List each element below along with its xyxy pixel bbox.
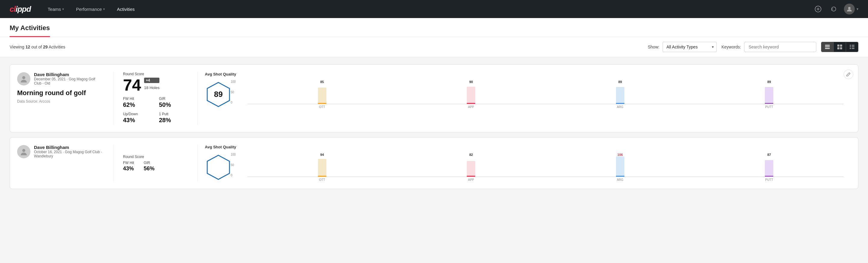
show-label: Show: (648, 45, 659, 49)
svg-rect-16 (852, 48, 855, 49)
svg-rect-9 (837, 47, 839, 49)
view-list-detail-button[interactable] (846, 42, 858, 52)
user-name: Dave Billingham (34, 145, 103, 150)
quality-title: Avg Shot Quality (205, 72, 844, 77)
show-filter: Show: All Activity Types ▾ (648, 42, 717, 52)
main-content: Dave Billingham December 05, 2021 · Gog … (0, 57, 868, 196)
activity-card: Dave Billingham October 16, 2021 · Gog M… (10, 137, 858, 189)
gir-label: GIR (144, 161, 155, 165)
svg-point-3 (848, 7, 850, 9)
y-axis: 100 50 0 (231, 153, 236, 177)
avatar (844, 4, 855, 14)
user-chevron-icon: ▾ (857, 7, 858, 11)
gir-value: 56% (144, 166, 155, 172)
svg-rect-13 (850, 47, 851, 48)
oneputt-label: 1 Putt (159, 112, 188, 116)
svg-rect-11 (850, 45, 851, 46)
fw-hit-label: FW Hit (123, 96, 152, 101)
label-putt: PUTT (695, 178, 844, 181)
user-menu[interactable]: ▾ (844, 4, 858, 14)
user-row: Dave Billingham December 05, 2021 · Gog … (17, 72, 103, 85)
user-date: October 16, 2021 · Gog Magog Golf Club -… (34, 150, 103, 158)
activity-card: Dave Billingham December 05, 2021 · Gog … (10, 64, 858, 133)
quality-body: 100 50 0 94 82 (205, 153, 844, 181)
nav-item-activities[interactable]: Activities (112, 4, 140, 14)
bar-putt: 89 (695, 80, 844, 104)
svg-rect-7 (837, 45, 839, 47)
updown-value: 43% (123, 117, 152, 124)
bar-putt: 87 (695, 153, 844, 177)
gir-stat: GIR 50% (159, 96, 188, 108)
view-grid-button[interactable] (833, 42, 846, 52)
bar-app: 82 (397, 153, 546, 177)
round-score-label: Round Score (123, 155, 188, 159)
page-header: My Activities (0, 18, 868, 37)
card-stats: Round Score FW Hit 43% GIR 56% (114, 145, 197, 181)
nav-item-performance[interactable]: Performance ▾ (71, 4, 110, 14)
user-row: Dave Billingham October 16, 2021 · Gog M… (17, 145, 103, 158)
round-score-label: Round Score (123, 72, 188, 76)
label-ott: OTT (248, 178, 397, 181)
nav-links: Teams ▾ Performance ▾ Activities (43, 4, 813, 14)
navbar: clippd Teams ▾ Performance ▾ Activities (0, 0, 868, 18)
quality-title: Avg Shot Quality (205, 145, 844, 149)
card-stats: Round Score 74 +4 18 Holes FW Hit 62% GI… (114, 72, 197, 125)
user-info: Dave Billingham October 16, 2021 · Gog M… (34, 145, 103, 158)
add-button[interactable] (813, 4, 824, 14)
score-big: 74 (123, 77, 141, 93)
score-badge: +4 (144, 78, 159, 83)
fw-hit-value: 62% (123, 101, 152, 108)
hexagon-svg (205, 154, 232, 181)
card-left: Dave Billingham December 05, 2021 · Gog … (17, 72, 114, 125)
label-app: APP (397, 105, 546, 109)
keyword-filter: Keywords: (721, 42, 816, 52)
fw-hit-stat: FW Hit 62% (123, 96, 152, 108)
bar-arg: 89 (546, 80, 695, 104)
avatar (17, 145, 30, 158)
refresh-button[interactable] (828, 4, 839, 14)
performance-chevron-icon: ▾ (103, 7, 105, 11)
data-source: Data Source: Arccos (17, 99, 103, 104)
stats-grid: FW Hit 62% GIR 50% Up/Down 43% 1 Putt 28… (123, 96, 188, 125)
bar-arg: 106 (546, 153, 695, 177)
fw-hit-stat: FW Hit 43% (123, 161, 134, 172)
gir-label: GIR (159, 96, 188, 101)
svg-rect-4 (825, 45, 830, 46)
y-axis: 100 50 0 (231, 80, 236, 104)
bar-ott: 94 (248, 153, 397, 177)
chart-labels: OTT APP ARG PUTT (239, 178, 844, 181)
activity-type-select[interactable]: All Activity Types (662, 42, 717, 52)
svg-rect-12 (852, 45, 855, 46)
bar-ott: 85 (248, 80, 397, 104)
gir-stat: GIR 56% (144, 161, 155, 172)
score-holes: 18 Holes (144, 85, 159, 90)
score-row: 74 +4 18 Holes (123, 77, 188, 93)
svg-marker-20 (207, 155, 229, 179)
card-quality: Avg Shot Quality 100 50 0 (197, 145, 851, 181)
view-list-compact-button[interactable] (822, 42, 833, 52)
svg-rect-5 (825, 47, 830, 48)
nav-item-teams[interactable]: Teams ▾ (43, 4, 69, 14)
hex-number: 89 (214, 90, 223, 99)
oneputt-stat: 1 Putt 28% (159, 112, 188, 124)
activity-type-select-wrapper: All Activity Types ▾ (662, 42, 717, 52)
label-arg: ARG (546, 178, 695, 181)
svg-rect-6 (825, 48, 830, 49)
teams-chevron-icon: ▾ (62, 7, 64, 11)
logo[interactable]: clippd (10, 4, 31, 14)
activity-title: Morning round of golf (17, 89, 103, 97)
label-arg: ARG (546, 105, 695, 109)
avatar (17, 72, 30, 85)
edit-button[interactable] (844, 69, 853, 79)
svg-rect-8 (840, 45, 842, 47)
view-toggle (821, 42, 858, 52)
chart-labels: OTT APP ARG PUTT (239, 105, 844, 109)
fw-hit-label: FW Hit (123, 161, 134, 165)
updown-stat: Up/Down 43% (123, 112, 152, 124)
page-title: My Activities (10, 18, 50, 37)
user-info: Dave Billingham December 05, 2021 · Gog … (34, 72, 103, 85)
hexagon-score: 89 (205, 81, 232, 108)
search-input[interactable] (744, 42, 816, 52)
oneputt-value: 28% (159, 117, 188, 124)
hexagon-score (205, 154, 232, 181)
